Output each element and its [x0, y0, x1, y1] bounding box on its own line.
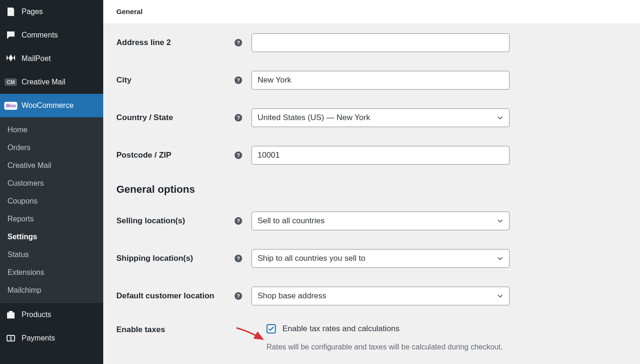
sidebar-item-mailpoet[interactable]: MailPoet [0, 47, 103, 70]
row-city: City ? [116, 71, 627, 90]
submenu-customers[interactable]: Customers [0, 174, 103, 192]
sidebar-item-creative-mail[interactable]: CM Creative Mail [0, 70, 103, 94]
enable-taxes-checkbox[interactable] [267, 324, 276, 334]
woocommerce-submenu: Home Orders Creative Mail Customers Coup… [0, 117, 103, 303]
sidebar-item-woocommerce[interactable]: Woo WooCommerce [0, 94, 103, 117]
sidebar-label: Pages [22, 8, 43, 16]
chevron-down-icon [497, 218, 503, 224]
row-enable-taxes: Enable taxes Enable tax rates and calcul… [116, 324, 627, 334]
woocommerce-icon: Woo [5, 99, 17, 112]
help-icon[interactable]: ? [235, 114, 242, 121]
sidebar-item-comments[interactable]: Comments [0, 23, 103, 47]
chevron-down-icon [497, 293, 503, 299]
svg-rect-3 [9, 311, 13, 313]
enable-taxes-text: Enable tax rates and calculations [282, 324, 400, 334]
submenu-reports[interactable]: Reports [0, 210, 103, 228]
tab-general[interactable]: General [116, 8, 143, 15]
row-country: Country / State ? United States (US) — N… [116, 108, 627, 127]
admin-sidebar: Pages Comments MailPoet CM Creative Mail… [0, 0, 103, 364]
sidebar-label: Products [22, 311, 51, 319]
row-shipping-location: Shipping location(s) ? Ship to all count… [116, 249, 627, 268]
payments-icon: $ [5, 332, 17, 344]
svg-text:$: $ [9, 336, 12, 341]
pages-icon [5, 6, 17, 18]
check-icon [268, 326, 274, 332]
svg-rect-1 [12, 9, 14, 15]
section-general-options: General options [116, 183, 627, 196]
svg-rect-2 [7, 312, 15, 318]
label-default-loc: Default customer location [116, 291, 214, 301]
city-input[interactable] [251, 71, 510, 90]
submenu-orders[interactable]: Orders [0, 139, 103, 157]
sidebar-label: Payments [22, 334, 55, 342]
sidebar-label: Comments [22, 31, 58, 39]
submenu-settings[interactable]: Settings [0, 228, 103, 246]
help-icon[interactable]: ? [235, 217, 242, 225]
creative-mail-icon: CM [5, 76, 17, 88]
shipping-location-select[interactable]: Ship to all countries you sell to [251, 249, 510, 268]
sidebar-label: Creative Mail [22, 78, 65, 86]
postcode-input[interactable] [251, 146, 510, 165]
row-selling-location: Selling location(s) ? Sell to all countr… [116, 212, 627, 230]
chevron-down-icon [497, 255, 503, 262]
help-icon[interactable]: ? [235, 255, 242, 262]
sidebar-label: WooCommerce [22, 101, 74, 110]
products-icon [5, 309, 17, 321]
label-city: City [116, 76, 131, 85]
help-icon[interactable]: ? [235, 152, 242, 159]
help-icon[interactable]: ? [235, 76, 242, 84]
selling-location-select[interactable]: Sell to all countries [251, 212, 510, 230]
sidebar-label: MailPoet [22, 54, 51, 63]
taxes-help-text: Rates will be configurable and taxes wil… [267, 343, 627, 351]
sidebar-item-pages[interactable]: Pages [0, 0, 103, 23]
main-content: General Address line 2 ? City ? Countr [103, 0, 640, 364]
row-address2: Address line 2 ? [116, 33, 627, 52]
submenu-mailchimp[interactable]: Mailchimp [0, 281, 103, 299]
country-select[interactable]: United States (US) — New York [251, 108, 510, 127]
row-postcode: Postcode / ZIP ? [116, 146, 627, 165]
help-icon[interactable]: ? [235, 292, 242, 300]
svg-rect-0 [8, 8, 12, 15]
label-selling: Selling location(s) [116, 216, 185, 226]
submenu-home[interactable]: Home [0, 121, 103, 139]
default-location-select[interactable]: Shop base address [251, 287, 510, 305]
address2-input[interactable] [251, 33, 510, 52]
submenu-creative-mail[interactable]: Creative Mail [0, 157, 103, 174]
label-enable-taxes: Enable taxes [116, 324, 267, 334]
row-default-location: Default customer location ? Shop base ad… [116, 287, 627, 305]
comment-icon [5, 29, 17, 41]
mailpoet-icon [5, 53, 17, 65]
submenu-extensions[interactable]: Extensions [0, 264, 103, 281]
sidebar-item-payments[interactable]: $ Payments [0, 326, 103, 350]
label-postcode: Postcode / ZIP [116, 151, 171, 160]
settings-tabs: General [103, 0, 640, 24]
sidebar-item-products[interactable]: Products [0, 303, 103, 326]
label-country: Country / State [116, 113, 173, 122]
submenu-coupons[interactable]: Coupons [0, 192, 103, 210]
help-icon[interactable]: ? [235, 39, 242, 46]
label-shipping: Shipping location(s) [116, 254, 193, 263]
chevron-down-icon [497, 114, 503, 121]
submenu-status[interactable]: Status [0, 246, 103, 264]
label-address2: Address line 2 [116, 38, 171, 47]
settings-form: Address line 2 ? City ? Country / State … [103, 24, 640, 361]
